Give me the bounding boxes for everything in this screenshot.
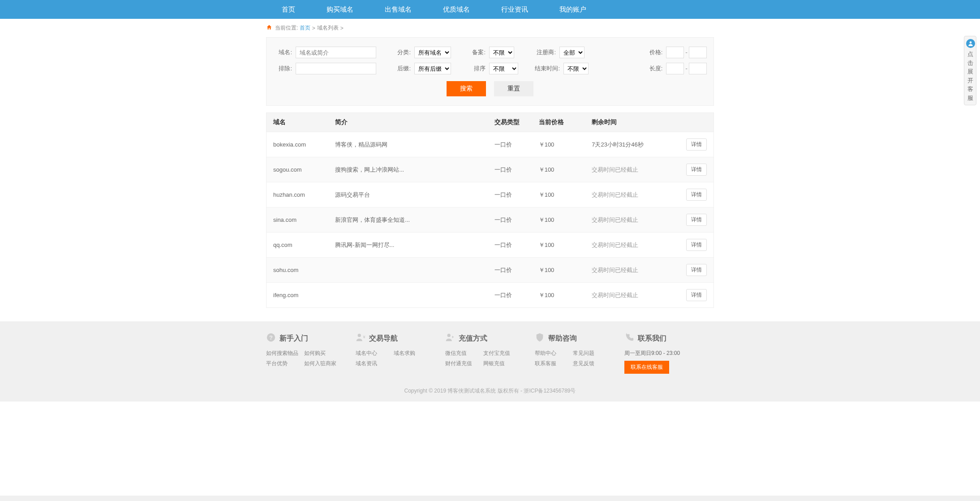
footer-col: 帮助咨询帮助中心常见问题联系客服意见反馈: [535, 333, 624, 374]
th-time: 剩余时间: [592, 118, 680, 126]
sort-select[interactable]: 不限: [489, 63, 518, 74]
cell-time: 交易时间已经截止: [592, 191, 680, 199]
category-select[interactable]: 所有域名: [414, 47, 451, 58]
registrar-select[interactable]: 全部: [559, 47, 585, 58]
range-sep: -: [685, 65, 688, 72]
th-desc: 简介: [335, 118, 494, 126]
detail-button[interactable]: 详情: [686, 214, 707, 226]
footer-link[interactable]: 网银充值: [483, 360, 521, 367]
cell-price: ￥100: [539, 291, 592, 299]
breadcrumb-label: 当前位置:: [275, 24, 298, 32]
exclude-input[interactable]: [296, 63, 376, 74]
length-min-input[interactable]: [666, 63, 684, 74]
filter-suffix-label: 后缀:: [392, 65, 411, 73]
detail-button[interactable]: 详情: [686, 189, 707, 201]
cell-domain: sogou.com: [273, 166, 335, 173]
nav-item[interactable]: 行业资讯: [486, 0, 544, 19]
person-yen-icon: ¥: [356, 333, 365, 344]
cell-time: 交易时间已经截止: [592, 166, 680, 174]
beian-select[interactable]: 不限: [489, 47, 514, 58]
footer-link[interactable]: 如何入驻商家: [304, 360, 342, 367]
cell-price: ￥100: [539, 191, 592, 199]
footer-contact: 联系我们周一至周日9:00 - 23:00联系在线客服: [624, 333, 714, 374]
endtime-select[interactable]: 不限: [563, 63, 589, 74]
footer-link[interactable]: 域名求购: [394, 350, 432, 357]
footer-link[interactable]: 意见反馈: [573, 360, 611, 367]
detail-button[interactable]: 详情: [686, 239, 707, 251]
footer-link[interactable]: 微信充值: [445, 350, 483, 357]
footer-link[interactable]: 支付宝充值: [483, 350, 521, 357]
copyright-text: Copyright © 2019 博客侠测试域名系统 版权所有 -: [404, 388, 524, 394]
shield-icon: [535, 333, 545, 344]
footer-link[interactable]: 帮助中心: [535, 350, 573, 357]
search-panel: 域名: 分类: 所有域名 备案: 不限 注册商: 全部 价格: -: [266, 37, 714, 106]
cell-type: 一口价: [494, 241, 539, 249]
filter-length-label: 长度:: [644, 65, 662, 73]
cell-domain: sohu.com: [273, 267, 335, 273]
footer-heading: ?新手入门: [266, 333, 356, 344]
icp-link[interactable]: 浙ICP备123456789号: [524, 388, 576, 394]
cell-domain: qq.com: [273, 242, 335, 248]
table-row: sina.com新浪官网，体育盛事全知道...一口价￥100交易时间已经截止详情: [266, 207, 714, 232]
breadcrumb: 当前位置: 首页 > 域名列表 >: [266, 19, 714, 37]
table-row: sohu.com一口价￥100交易时间已经截止详情: [266, 257, 714, 282]
filter-sort-label: 排序: [467, 65, 486, 73]
filter-category-label: 分类:: [392, 48, 411, 56]
nav-item[interactable]: 出售域名: [369, 0, 427, 19]
contact-button[interactable]: 联系在线客服: [624, 361, 669, 374]
footer-link[interactable]: 财付通充值: [445, 360, 483, 367]
detail-button[interactable]: 详情: [686, 164, 707, 176]
cell-type: 一口价: [494, 166, 539, 174]
svg-point-5: [970, 41, 972, 43]
cell-time: 交易时间已经截止: [592, 291, 680, 299]
suffix-select[interactable]: 所有后缀: [414, 63, 451, 74]
side-service-text: 点击展开客服: [967, 51, 973, 101]
footer-link[interactable]: 域名资讯: [356, 360, 394, 367]
breadcrumb-home-link[interactable]: 首页: [300, 24, 310, 32]
side-service-toggle[interactable]: 点击展开客服: [964, 36, 976, 105]
filter-registrar-label: 注册商:: [530, 48, 556, 56]
filter-beian-label: 备案:: [467, 48, 486, 56]
th-price: 当前价格: [539, 118, 592, 126]
reset-button[interactable]: 重置: [494, 81, 533, 96]
footer-heading: 帮助咨询: [535, 333, 624, 344]
breadcrumb-sep: >: [312, 25, 315, 31]
cell-price: ￥100: [539, 166, 592, 174]
table-row: huzhan.com源码交易平台一口价￥100交易时间已经截止详情: [266, 182, 714, 207]
nav-item[interactable]: 优质域名: [427, 0, 486, 19]
footer-heading: 充值方式: [445, 333, 535, 344]
detail-button[interactable]: 详情: [686, 289, 707, 301]
nav-item[interactable]: 首页: [266, 0, 311, 19]
footer-link[interactable]: 域名中心: [356, 350, 394, 357]
detail-button[interactable]: 详情: [686, 138, 707, 151]
table-row: ifeng.com一口价￥100交易时间已经截止详情: [266, 282, 714, 307]
footer-link[interactable]: 联系客服: [535, 360, 573, 367]
filter-domain-label: 域名:: [273, 48, 292, 56]
nav-item[interactable]: 我的账户: [544, 0, 602, 19]
copyright: Copyright © 2019 博客侠测试域名系统 版权所有 - 浙ICP备1…: [0, 380, 980, 402]
filter-endtime-label: 结束时间:: [534, 65, 560, 73]
footer-heading: 联系我们: [624, 333, 714, 344]
breadcrumb-sep: >: [340, 25, 344, 31]
footer-link[interactable]: 平台优势: [266, 360, 304, 367]
cell-domain: ifeng.com: [273, 292, 335, 298]
svg-text:?: ?: [269, 334, 273, 341]
price-max-input[interactable]: [689, 47, 707, 58]
nav-item[interactable]: 购买域名: [311, 0, 369, 19]
footer-link[interactable]: 常见问题: [573, 350, 611, 357]
footer-link[interactable]: 如何搜索物品: [266, 350, 304, 357]
length-max-input[interactable]: [689, 63, 707, 74]
search-button[interactable]: 搜索: [447, 81, 486, 96]
detail-button[interactable]: 详情: [686, 264, 707, 276]
domain-input[interactable]: [296, 47, 376, 58]
cell-desc: 腾讯网-新闻一网打尽...: [335, 241, 494, 249]
cell-type: 一口价: [494, 191, 539, 199]
price-min-input[interactable]: [666, 47, 684, 58]
svg-text:¥: ¥: [363, 335, 366, 339]
cell-price: ￥100: [539, 141, 592, 149]
person-arrow-icon: [445, 333, 455, 344]
footer: ?新手入门如何搜索物品如何购买平台优势如何入驻商家¥交易导航域名中心域名求购域名…: [0, 321, 980, 380]
footer-link[interactable]: 如何购买: [304, 350, 342, 357]
svg-point-4: [447, 334, 451, 337]
cell-desc: 新浪官网，体育盛事全知道...: [335, 216, 494, 224]
